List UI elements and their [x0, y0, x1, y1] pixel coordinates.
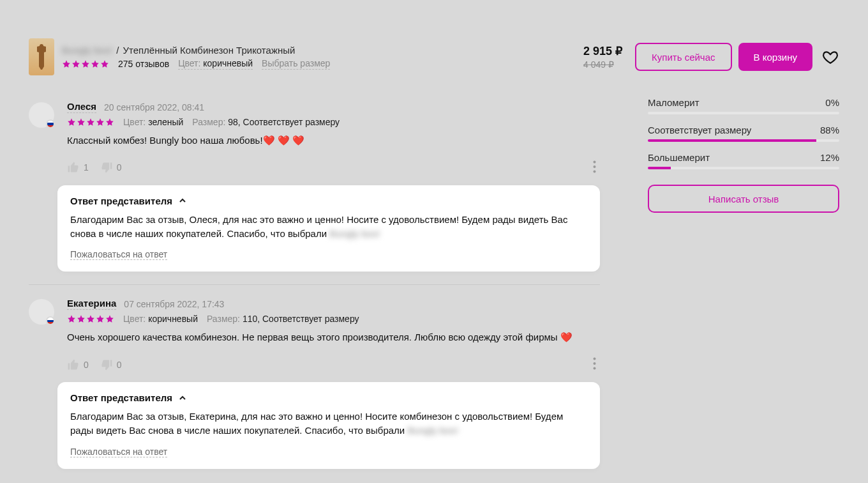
svg-point-2	[594, 170, 596, 172]
fit-row-true: Соответствует размеру 88%	[648, 125, 839, 135]
review-text: Очень хорошего качества комбинезон. Не п…	[67, 330, 600, 344]
heart-icon	[822, 49, 839, 65]
review-color: Цвет: коричневый	[123, 314, 198, 324]
dislike-button[interactable]: 0	[100, 358, 122, 371]
like-button[interactable]: 0	[67, 358, 89, 371]
svg-point-1	[594, 165, 596, 168]
thumb-up-icon	[67, 358, 80, 371]
fit-sidebar: Маломерит 0% Соответствует размеру 88% Б…	[648, 96, 839, 483]
reply-toggle[interactable]: Ответ представителя	[70, 195, 587, 206]
fit-bar-small	[648, 112, 839, 114]
svg-point-3	[594, 358, 596, 360]
avatar[interactable]	[29, 299, 54, 325]
avatar[interactable]	[29, 102, 54, 128]
svg-point-0	[594, 160, 596, 163]
product-header: Bungly boo! / Утеплённый Комбинезон Трик…	[29, 38, 839, 75]
add-to-cart-button[interactable]: В корзину	[738, 43, 812, 71]
seller-reply: Ответ представителя Благодарим Вас за от…	[57, 185, 600, 272]
review-menu-button[interactable]	[589, 353, 600, 376]
title-separator: /	[116, 45, 119, 56]
review-rating-stars	[67, 314, 114, 323]
like-count: 1	[84, 162, 89, 172]
review-count-link[interactable]: 275 отзывов	[118, 59, 169, 69]
review-size: Размер: 110, Соответствует размеру	[207, 314, 359, 324]
reply-toggle[interactable]: Ответ представителя	[70, 392, 587, 403]
size-selector[interactable]: Выбрать размер	[262, 58, 330, 70]
country-flag-icon	[46, 316, 55, 325]
price-old: 4 049 ₽	[583, 59, 614, 70]
fit-row-small: Маломерит 0%	[648, 97, 839, 108]
dislike-count: 0	[117, 162, 122, 172]
thumb-down-icon	[100, 358, 113, 371]
reviews-list: Олеся 20 сентября 2022, 08:41 Цвет: зеле…	[29, 96, 600, 483]
price-current: 2 915 ₽	[583, 44, 622, 58]
review-size: Размер: 98, Соответствует размеру	[192, 117, 340, 127]
complain-reply-link[interactable]: Пожаловаться на ответ	[70, 249, 167, 260]
review-rating-stars	[67, 118, 114, 126]
svg-point-5	[594, 367, 596, 370]
reviewer-name[interactable]: Екатерина	[67, 298, 116, 310]
dislike-button[interactable]: 0	[100, 161, 122, 174]
product-brand[interactable]: Bungly boo!	[62, 45, 112, 56]
write-review-button[interactable]: Написать отзыв	[648, 185, 839, 213]
review-date: 07 сентября 2022, 17:43	[124, 299, 224, 309]
color-selector[interactable]: Цвет: коричневый	[178, 58, 253, 70]
dots-vertical-icon	[593, 160, 596, 173]
product-title[interactable]: Утеплённый Комбинезон Трикотажный	[123, 45, 295, 56]
svg-point-4	[594, 362, 596, 365]
reply-text: Благодарим Вас за отзыв, Олеся, для нас …	[70, 213, 587, 241]
dots-vertical-icon	[593, 357, 596, 370]
chevron-up-icon	[179, 197, 186, 204]
country-flag-icon	[46, 119, 55, 128]
review-color: Цвет: зеленый	[123, 117, 183, 127]
wishlist-button[interactable]	[821, 48, 839, 66]
fit-bar-big	[648, 167, 839, 169]
fit-bar-true	[648, 139, 839, 142]
chevron-up-icon	[179, 394, 186, 402]
review-item: Екатерина 07 сентября 2022, 17:43 Цвет: …	[29, 284, 600, 376]
reply-text: Благодарим Вас за отзыв, Екатерина, для …	[70, 410, 587, 438]
review-date: 20 сентября 2022, 08:41	[104, 102, 204, 112]
review-text: Классный комбез! Bungly boo наша любовь!…	[67, 134, 600, 148]
product-rating-stars	[62, 59, 109, 68]
complain-reply-link[interactable]: Пожаловаться на ответ	[70, 447, 167, 457]
review-item: Олеся 20 сентября 2022, 08:41 Цвет: зеле…	[29, 96, 600, 179]
like-count: 0	[84, 360, 89, 370]
thumb-down-icon	[100, 161, 113, 174]
review-menu-button[interactable]	[589, 157, 600, 179]
reviewer-name[interactable]: Олеся	[67, 101, 96, 113]
thumb-up-icon	[67, 161, 80, 174]
fit-row-big: Большемерит 12%	[648, 152, 839, 163]
seller-reply: Ответ представителя Благодарим Вас за от…	[57, 382, 600, 469]
like-button[interactable]: 1	[67, 161, 89, 174]
price-block: 2 915 ₽ 4 049 ₽	[583, 44, 622, 70]
dislike-count: 0	[117, 360, 122, 370]
product-thumbnail[interactable]	[29, 38, 54, 75]
buy-now-button[interactable]: Купить сейчас	[635, 43, 731, 71]
